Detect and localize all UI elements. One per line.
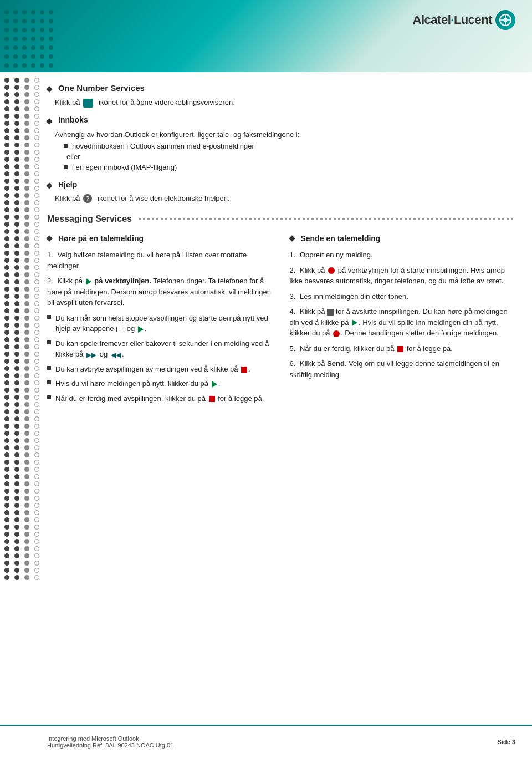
play-icon2 (138, 326, 144, 333)
left-col-title: Høre på en talemelding (47, 234, 273, 243)
right-step-4-text: Klikk på for å avslutte innspillingen. D… (290, 307, 508, 337)
bullet-sq-1 (47, 315, 51, 319)
two-column-layout: Høre på en talemelding 1. Velg hvilken t… (47, 234, 515, 408)
bullet-square-icon2 (64, 165, 68, 169)
record-icon2 (333, 330, 340, 337)
bullet-diamond-innboks (46, 118, 52, 124)
right-steps-list: 1. Opprett en ny melding. 2. Klikk på på… (290, 250, 516, 380)
hjelp-icon: ? (83, 194, 92, 203)
one-number-section: One Number Services Klikk på -ikonet for… (47, 83, 515, 108)
right-step-6-text: Klikk på Send. Velg om du vil legge denn… (290, 359, 499, 379)
innboks-bullet-1-text: hovedinnboksen i Outlook sammen med e-po… (72, 142, 254, 150)
page-footer: Integrering med Microsoft Outlook Hurtig… (0, 725, 532, 758)
right-step-2-text: Klikk på på verktøylinjen for å starte i… (290, 266, 505, 286)
page-header: Alcatel·Lucent (0, 0, 532, 72)
record-icon (328, 267, 335, 274)
right-step-2: 2. Klikk på på verktøylinjen for å start… (290, 265, 516, 287)
messaging-divider (139, 218, 515, 220)
left-steps-list: 1. Velg hvilken talemelding du vil høre … (47, 250, 273, 308)
play-icon (86, 278, 91, 285)
bullet-diamond-icon (46, 86, 52, 92)
innboks-bullet-2: i en egen innbokd (IMAP-tilgang) (58, 163, 515, 171)
bullet-sq-5 (47, 395, 51, 399)
left-step-2-text: Klikk på på verktøylinjen. Telefonen rin… (47, 277, 271, 307)
innboks-bullet-1: hovedinnboksen i Outlook sammen med e-po… (58, 142, 515, 150)
col-bullet-left (46, 235, 52, 241)
left-bullet-2: Du kan spole fremover eller bakover ti s… (47, 338, 273, 360)
right-step-1-text: Opprett en ny melding. (300, 251, 373, 259)
left-step-2: 2. Klikk på på verktøylinjen. Telefonen … (47, 276, 273, 308)
one-number-text: Klikk på -ikonet for å åpne viderekoblin… (47, 98, 515, 108)
bullet-sq-4 (47, 380, 51, 384)
left-bullets-list: Du kan når som helst stoppe avspillingen… (47, 313, 273, 404)
hjelp-text: Klikk på ? -ikonet for å vise den elektr… (47, 194, 515, 204)
right-step-4: 4. Klikk på for å avslutte innspillingen… (290, 306, 516, 339)
innboks-connector: eller (58, 152, 515, 161)
logo-text: Alcatel·Lucent (413, 13, 492, 27)
header-dots-decoration (0, 6, 100, 67)
left-bullet-1: Du kan når som helst stoppe avspillingen… (47, 313, 273, 334)
right-step-5: 5. Når du er ferdig, klikker du på for å… (290, 343, 516, 354)
right-step-6: 6. Klikk på Send. Velg om du vil legge d… (290, 358, 516, 380)
left-bullet-5: Når du er ferdig med avspillingen, klikk… (47, 393, 273, 404)
bullet-sq-2 (47, 340, 51, 344)
viderekoblingsveiviser-icon (83, 99, 93, 108)
bullet-square-icon (64, 144, 68, 148)
play-icon4 (352, 319, 357, 326)
stop-icon (241, 367, 247, 373)
right-step-5-text: Når du er ferdig, klikker du på for å le… (300, 344, 453, 353)
innboks-bullet-2-text: i en egen innbokd (IMAP-tilgang) (72, 163, 177, 171)
hjelp-section: Hjelp Klikk på ? -ikonet for å vise den … (47, 180, 515, 204)
bullet-diamond-hjelp (46, 182, 52, 189)
footer-page: Side 3 (498, 739, 515, 745)
hjelp-title: Hjelp (58, 180, 77, 189)
footer-line2: Hurtigveiledning Ref. 8AL 90243 NOAC Utg… (47, 742, 173, 749)
footer-left: Integrering med Microsoft Outlook Hurtig… (47, 735, 173, 749)
stop-rec-icon (327, 309, 334, 316)
logo-icon (495, 10, 515, 30)
right-column: Sende en talemelding 1. Opprett en ny me… (290, 234, 516, 408)
left-step-1-text: Velg hvilken talemelding du vil høre på … (47, 251, 247, 270)
innboks-section: Innboks Avhengig av hvordan Outlook er k… (47, 115, 515, 171)
messaging-header: Messaging Services (47, 214, 515, 224)
innboks-intro: Avhengig av hvordan Outlook er konfigure… (47, 130, 515, 139)
rew-icon: ◀◀ (111, 350, 121, 360)
col-bullet-right (289, 235, 295, 241)
messaging-section: Messaging Services Høre på en talemeldin… (47, 214, 515, 408)
footer-line1: Integrering med Microsoft Outlook (47, 735, 173, 742)
logo-area: Alcatel·Lucent (413, 10, 515, 30)
main-content: One Number Services Klikk på -ikonet for… (47, 72, 515, 419)
pause-icon (116, 327, 124, 332)
right-step-3-text: Les inn meldingen din etter tonen. (300, 292, 408, 301)
play-icon3 (212, 381, 217, 388)
left-bullet-4: Hvis du vil høre meldingen på nytt, klik… (47, 378, 273, 389)
left-step-1: 1. Velg hvilken talemelding du vil høre … (47, 250, 273, 271)
innboks-title: Innboks (58, 115, 88, 124)
one-number-title: One Number Services (58, 83, 145, 93)
ff-icon: ▶▶ (86, 350, 96, 360)
left-bullet-3: Du kan avbryte avspillingen av meldingen… (47, 364, 273, 375)
right-col-title: Sende en talemelding (290, 234, 516, 243)
stop-icon2 (209, 396, 215, 402)
left-sidebar-dots (0, 72, 44, 758)
right-step-3: 3. Les inn meldingen din etter tonen. (290, 291, 516, 302)
messaging-title: Messaging Services (47, 214, 132, 224)
right-step-1: 1. Opprett en ny melding. (290, 250, 516, 261)
bullet-sq-3 (47, 366, 51, 370)
hangup-icon (397, 346, 403, 352)
left-column: Høre på en talemelding 1. Velg hvilken t… (47, 234, 273, 408)
